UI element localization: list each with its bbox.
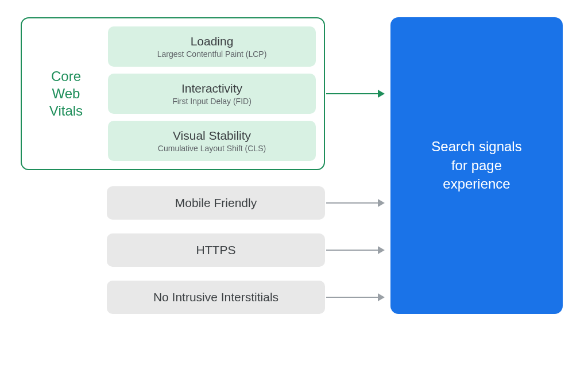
arrow-icon — [326, 93, 384, 94]
arrow-icon — [326, 297, 384, 298]
signal-label: HTTPS — [196, 243, 236, 257]
core-web-vitals-items: Loading Largest Contentful Paint (LCP) I… — [108, 26, 316, 161]
vital-title: Loading — [191, 34, 234, 48]
signal-label: Mobile Friendly — [175, 196, 257, 210]
arrow-icon — [326, 202, 384, 204]
cwv-label-line: Core — [32, 68, 100, 85]
signal-mobile-friendly: Mobile Friendly — [107, 186, 325, 220]
vital-subtitle: Largest Contentful Paint (LCP) — [157, 49, 267, 59]
signal-label: No Intrusive Interstitials — [153, 290, 278, 304]
cwv-label-line: Web — [32, 85, 100, 102]
vital-title: Visual Stability — [173, 129, 251, 143]
diagram: Core Web Vitals Loading Largest Contentf… — [0, 0, 588, 368]
vital-loading: Loading Largest Contentful Paint (LCP) — [108, 26, 316, 67]
core-web-vitals-label: Core Web Vitals — [32, 68, 100, 120]
core-web-vitals-group: Core Web Vitals Loading Largest Contentf… — [21, 17, 325, 170]
vital-visual-stability: Visual Stability Cumulative Layout Shift… — [108, 121, 316, 161]
arrow-icon — [326, 250, 384, 251]
target-text: Search signals for page experience — [431, 137, 521, 193]
target-line: experience — [431, 175, 521, 193]
vital-subtitle: First Input Delay (FID) — [172, 97, 252, 106]
target-line: Search signals — [431, 137, 521, 156]
target-line: for page — [431, 156, 521, 175]
vital-subtitle: Cumulative Layout Shift (CLS) — [158, 144, 266, 153]
signal-https: HTTPS — [107, 233, 325, 267]
cwv-label-line: Vitals — [32, 102, 100, 120]
search-signals-box: Search signals for page experience — [390, 17, 563, 314]
vital-title: Interactivity — [181, 82, 242, 95]
vital-interactivity: Interactivity First Input Delay (FID) — [108, 74, 316, 114]
signal-no-intrusive-interstitials: No Intrusive Interstitials — [107, 281, 325, 314]
